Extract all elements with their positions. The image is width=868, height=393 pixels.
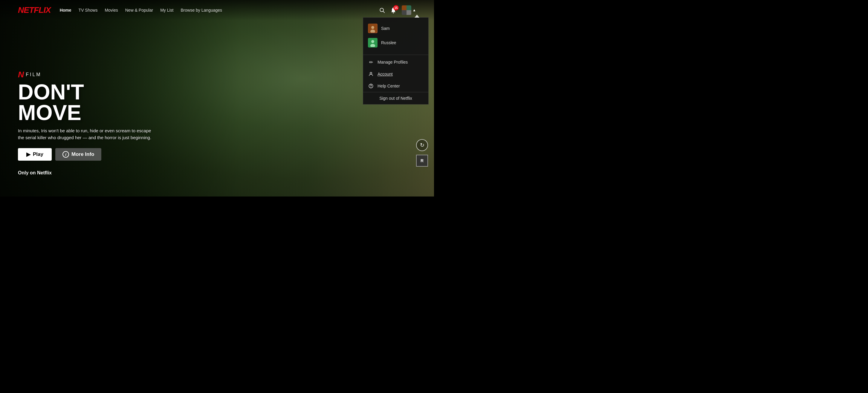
hero-title: DON'T MOVE bbox=[18, 82, 155, 123]
nav-link-home[interactable]: Home bbox=[60, 8, 71, 12]
russlee-avatar-icon bbox=[369, 38, 377, 47]
netflix-n-logo: N bbox=[18, 70, 24, 79]
play-triangle-icon: ▶ bbox=[26, 151, 30, 158]
notifications-button[interactable]: 15 bbox=[390, 7, 396, 13]
svg-point-11 bbox=[371, 87, 371, 87]
sign-out-label: Sign out of Netflix bbox=[379, 96, 412, 101]
hero-content: N FILM DON'T MOVE In minutes, Iris won't… bbox=[18, 70, 155, 161]
svg-point-4 bbox=[371, 26, 374, 29]
reload-button[interactable]: ↻ bbox=[416, 139, 428, 151]
dropdown-profile-sam[interactable]: Sam bbox=[363, 21, 428, 36]
profile-menu-button[interactable]: ▲ bbox=[402, 5, 416, 15]
avatar-sam bbox=[368, 24, 377, 33]
film-label: FILM bbox=[26, 72, 41, 77]
avatar-cell-1 bbox=[402, 5, 406, 10]
search-icon bbox=[379, 7, 385, 13]
play-button[interactable]: ▶ Play bbox=[18, 148, 52, 161]
nav-right-controls: 15 ▲ bbox=[379, 5, 416, 15]
dropdown-arrow bbox=[414, 14, 420, 18]
dropdown-profiles-section: Sam Russlee bbox=[363, 18, 428, 54]
sam-avatar-icon bbox=[369, 24, 377, 33]
pencil-icon: ✏ bbox=[368, 59, 374, 65]
profile-name-sam: Sam bbox=[381, 26, 390, 31]
profile-caret-icon: ▲ bbox=[412, 8, 416, 12]
manage-profiles-label: Manage Profiles bbox=[377, 60, 408, 65]
svg-point-2 bbox=[393, 12, 394, 13]
profile-avatar bbox=[402, 5, 411, 15]
netflix-logo: NETFLIX bbox=[18, 5, 51, 15]
play-label: Play bbox=[33, 152, 43, 157]
dropdown-profile-russlee[interactable]: Russlee bbox=[363, 36, 428, 50]
avatar-cell-4 bbox=[406, 10, 411, 15]
search-button[interactable] bbox=[379, 7, 385, 13]
dropdown-divider-1 bbox=[363, 55, 428, 55]
hero-buttons: ▶ Play i More Info bbox=[18, 148, 155, 161]
avatar-russlee bbox=[368, 38, 377, 47]
help-center-label: Help Center bbox=[377, 84, 400, 88]
profile-dropdown: Sam Russlee ✏ Manage Profiles bbox=[363, 17, 429, 104]
help-center-item[interactable]: Help Center bbox=[363, 80, 428, 92]
nav-link-tv-shows[interactable]: TV Shows bbox=[79, 8, 98, 12]
nav-link-my-list[interactable]: My List bbox=[160, 8, 173, 12]
more-info-label: More Info bbox=[71, 152, 94, 157]
nav-link-movies[interactable]: Movies bbox=[104, 8, 118, 12]
svg-point-7 bbox=[371, 40, 374, 43]
manage-profiles-item[interactable]: ✏ Manage Profiles bbox=[363, 56, 428, 68]
person-icon bbox=[368, 71, 374, 77]
account-label: Account bbox=[377, 72, 393, 76]
content-rating-badge: R bbox=[416, 155, 428, 167]
hero-description: In minutes, Iris won't be able to run, h… bbox=[18, 128, 155, 141]
svg-point-9 bbox=[370, 72, 372, 74]
svg-line-1 bbox=[383, 11, 385, 13]
hero-title-line2: MOVE bbox=[18, 102, 155, 123]
notification-badge: 15 bbox=[393, 5, 399, 10]
nav-link-new-popular[interactable]: New & Popular bbox=[125, 8, 153, 12]
question-circle-icon bbox=[368, 83, 374, 89]
only-on-netflix-label: Only on Netflix bbox=[18, 170, 52, 175]
hero-title-line1: DON'T bbox=[18, 82, 155, 102]
account-person-icon bbox=[368, 71, 374, 77]
sign-out-item[interactable]: Sign out of Netflix bbox=[363, 92, 428, 104]
hero-section: NETFLIX Home TV Shows Movies New & Popul… bbox=[0, 0, 434, 197]
film-badge: N FILM bbox=[18, 70, 155, 79]
account-item[interactable]: Account bbox=[363, 68, 428, 80]
nav-links: Home TV Shows Movies New & Popular My Li… bbox=[60, 8, 222, 12]
profile-name-russlee: Russlee bbox=[381, 40, 396, 45]
info-circle-icon: i bbox=[62, 151, 69, 158]
avatar-cell-3 bbox=[402, 10, 406, 15]
help-icon bbox=[368, 83, 374, 89]
avatar-cell-2 bbox=[406, 5, 411, 10]
more-info-button[interactable]: i More Info bbox=[55, 148, 102, 161]
nav-link-browse-languages[interactable]: Browse by Languages bbox=[181, 8, 222, 12]
right-controls: ↻ R bbox=[416, 139, 428, 167]
